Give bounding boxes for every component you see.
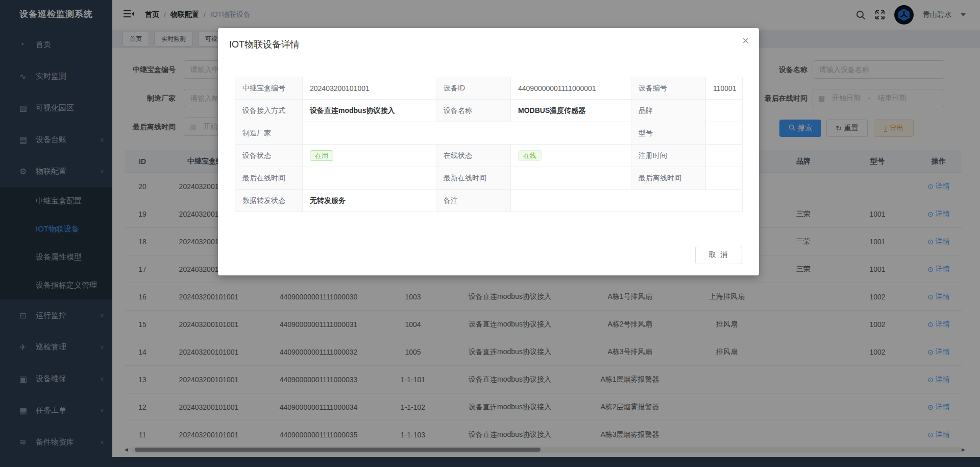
device-detail-table: 中继宝盒编号202403200101001设备ID440900000011110… xyxy=(235,77,743,212)
detail-label: 数据转发状态 xyxy=(235,190,303,212)
detail-value xyxy=(706,100,743,122)
close-icon[interactable]: × xyxy=(742,34,749,48)
detail-value: 44090000001111000001 xyxy=(511,77,631,100)
detail-value xyxy=(303,122,631,145)
cancel-button[interactable]: 取 消 xyxy=(695,246,742,264)
detail-label: 最后离线时间 xyxy=(631,167,706,190)
detail-label: 注册时间 xyxy=(631,145,706,167)
detail-label: 在线状态 xyxy=(436,145,511,167)
detail-value: 202403200101001 xyxy=(303,77,436,100)
iot-device-detail-modal: IOT物联设备详情 × 中继宝盒编号202403200101001设备ID440… xyxy=(218,28,759,275)
detail-label: 型号 xyxy=(631,122,706,145)
detail-value xyxy=(511,190,743,212)
detail-value xyxy=(706,122,743,145)
detail-row: 最后在线时间最新在线时间最后离线时间 xyxy=(235,167,743,190)
detail-row: 中继宝盒编号202403200101001设备ID440900000011110… xyxy=(235,77,743,100)
detail-label: 中继宝盒编号 xyxy=(235,77,303,100)
status-badge: 在用 xyxy=(310,150,333,161)
detail-label: 制造厂家 xyxy=(235,122,303,145)
detail-value xyxy=(511,167,631,190)
detail-value: 在线 xyxy=(511,145,631,167)
modal-title: IOT物联设备详情 xyxy=(229,38,300,51)
detail-value xyxy=(706,167,743,190)
detail-value: 设备直连modbus协议接入 xyxy=(303,100,436,122)
status-badge: 在线 xyxy=(518,150,542,161)
detail-row: 数据转发状态无转发服务备注 xyxy=(235,190,743,212)
detail-label: 设备编号 xyxy=(631,77,706,100)
detail-label: 设备状态 xyxy=(235,145,303,167)
detail-label: 设备接入方式 xyxy=(235,100,303,122)
detail-row: 设备接入方式设备直连modbus协议接入设备名称MODBUS温度传感器品牌 xyxy=(235,100,743,122)
detail-label: 最新在线时间 xyxy=(436,167,511,190)
detail-label: 品牌 xyxy=(631,100,706,122)
detail-label: 备注 xyxy=(436,190,511,212)
detail-value: MODBUS温度传感器 xyxy=(511,100,631,122)
detail-value: 在用 xyxy=(303,145,436,167)
detail-value xyxy=(303,167,436,190)
detail-row: 制造厂家型号 xyxy=(235,122,743,145)
detail-value: 无转发服务 xyxy=(303,190,436,212)
detail-label: 设备ID xyxy=(436,77,511,100)
detail-label: 最后在线时间 xyxy=(235,167,303,190)
detail-row: 设备状态在用在线状态在线注册时间 xyxy=(235,145,743,167)
detail-value xyxy=(706,145,743,167)
detail-value: 110001 xyxy=(706,77,743,100)
detail-label: 设备名称 xyxy=(436,100,511,122)
